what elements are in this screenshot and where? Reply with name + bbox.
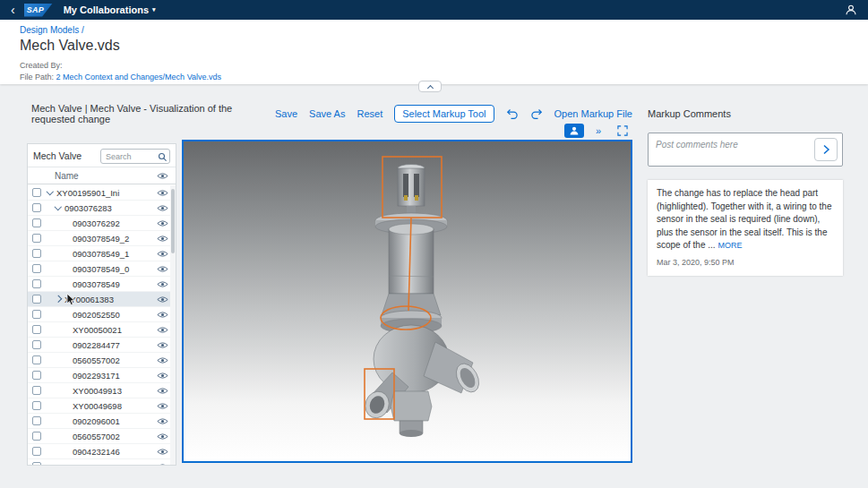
comment-more-link[interactable]: MORE [718,241,742,250]
eye-icon[interactable] [157,417,168,425]
eye-icon[interactable] [157,326,168,334]
eye-icon[interactable] [157,448,168,456]
row-checkbox[interactable] [32,234,41,243]
tree-item-label: 0903078549_0 [73,264,157,274]
eye-icon[interactable] [157,189,168,197]
save-as-button[interactable]: Save As [309,108,345,119]
page-header: Design Models / Mech Valve.vds Created B… [0,20,868,84]
row-checkbox[interactable] [32,432,41,441]
name-column-header: Name [55,171,79,181]
tree-row[interactable]: XY00049698 [28,398,176,414]
row-expander-icon[interactable] [56,296,64,302]
row-checkbox[interactable] [32,249,41,258]
row-checkbox[interactable] [32,340,41,349]
row-expander-icon[interactable] [56,206,64,210]
tree-row[interactable]: 0560557002 [28,459,176,465]
tree-item-label: 0902096001 [73,416,157,426]
eye-icon[interactable] [157,280,168,288]
row-expander-icon[interactable] [47,191,56,194]
tree-item-label: XY00050021 [73,325,157,335]
open-markup-file-button[interactable]: Open Markup File [554,108,632,119]
row-checkbox[interactable] [32,203,41,212]
tree-scrollbar-thumb[interactable] [171,189,175,253]
tree-item-label: 0560557002 [73,462,157,466]
row-checkbox[interactable] [32,325,41,334]
tree-row[interactable]: 0902052550 [28,307,176,322]
eye-icon[interactable] [157,172,168,180]
eye-icon[interactable] [157,463,168,466]
tree-item-label: 0560557002 [73,432,157,441]
row-checkbox[interactable] [32,264,41,273]
tree-row[interactable]: 0903078549_0 [28,261,176,277]
row-checkbox[interactable] [32,386,41,395]
eye-icon[interactable] [157,204,168,212]
row-checkbox[interactable] [32,416,41,425]
breadcrumb[interactable]: Design Models / [20,25,868,35]
row-checkbox[interactable] [32,279,41,288]
chevrons-right-icon[interactable]: » [589,124,608,138]
send-comment-button[interactable] [814,138,838,161]
tree-row[interactable]: 0902096001 [28,414,176,429]
row-checkbox[interactable] [32,295,41,304]
file-path-link[interactable]: 2 Mech Context and Changes/Mech Valve.vd… [56,73,221,81]
tree-row[interactable]: 0902284477 [28,338,176,353]
tree-scrollbar[interactable] [170,185,176,465]
viewer-title: Mech Valve | Mech Valve - Visualization … [31,103,275,124]
fullscreen-icon[interactable] [613,124,632,138]
select-markup-tool-button[interactable]: Select Markup Tool [394,105,494,123]
eye-icon[interactable] [157,235,168,243]
tree-row[interactable]: XY00061383 [28,292,176,307]
row-checkbox[interactable] [32,355,41,364]
search-icon[interactable] [158,150,168,166]
tree-row[interactable]: 0904232146 [28,444,176,459]
tree-row[interactable]: XY00049913 [28,383,176,398]
3d-viewer-canvas[interactable] [182,140,632,463]
back-icon[interactable]: ‹ [11,4,15,16]
eye-icon[interactable] [157,219,168,227]
redo-icon[interactable] [530,108,543,120]
eye-icon[interactable] [157,387,168,395]
row-checkbox[interactable] [32,371,41,380]
tree-row[interactable]: 0560557002 [28,353,176,368]
eye-icon[interactable] [157,356,168,364]
markup-comments-toggle-button[interactable] [564,124,584,138]
tree-row[interactable]: 0903076283 [28,201,176,216]
undo-icon[interactable] [506,108,519,120]
tree-row[interactable]: XY00050021 [28,322,176,338]
tree-row[interactable]: 0903078549_2 [28,231,176,246]
eye-icon[interactable] [157,265,168,273]
row-checkbox[interactable] [32,447,41,456]
eye-icon[interactable] [157,311,168,319]
eye-icon[interactable] [157,295,168,304]
tree-row[interactable]: 0902293171 [28,368,176,383]
shell-topbar: ‹ SAP My Collaborations ▾ [0,0,868,20]
row-checkbox[interactable] [32,462,41,465]
tree-item-label: XY00061383 [64,295,157,304]
tree-item-label: 0903078549_1 [73,249,157,259]
eye-icon[interactable] [157,250,168,258]
reset-button[interactable]: Reset [357,108,382,119]
row-checkbox[interactable] [32,401,41,410]
tree-row[interactable]: 0903076292 [28,216,176,231]
row-checkbox[interactable] [32,218,41,227]
row-checkbox[interactable] [32,310,41,319]
comments-panel-title: Markup Comments [648,102,843,125]
eye-icon[interactable] [157,372,168,380]
comment-card: The change has to replace the head part … [648,180,843,276]
markup-comments-panel: Markup Comments The change has to replac… [648,102,843,276]
row-checkbox[interactable] [32,188,41,197]
tree-item-label: 0902293171 [73,371,157,381]
user-icon[interactable] [845,4,857,16]
save-button[interactable]: Save [275,108,297,119]
tree-row[interactable]: XY00195901_Ini [28,185,176,201]
eye-icon[interactable] [157,402,168,410]
tree-row[interactable]: 0903078549 [28,277,176,292]
app-title-menu[interactable]: My Collaborations ▾ [64,4,156,15]
eye-icon[interactable] [157,432,168,441]
eye-icon[interactable] [157,341,168,349]
tree-row[interactable]: 0903078549_1 [28,246,176,261]
comment-text: The change has to replace the head part … [657,188,831,250]
header-collapse-button[interactable] [418,81,442,92]
comment-input[interactable] [649,133,842,166]
tree-row[interactable]: 0560557002 [28,429,176,444]
